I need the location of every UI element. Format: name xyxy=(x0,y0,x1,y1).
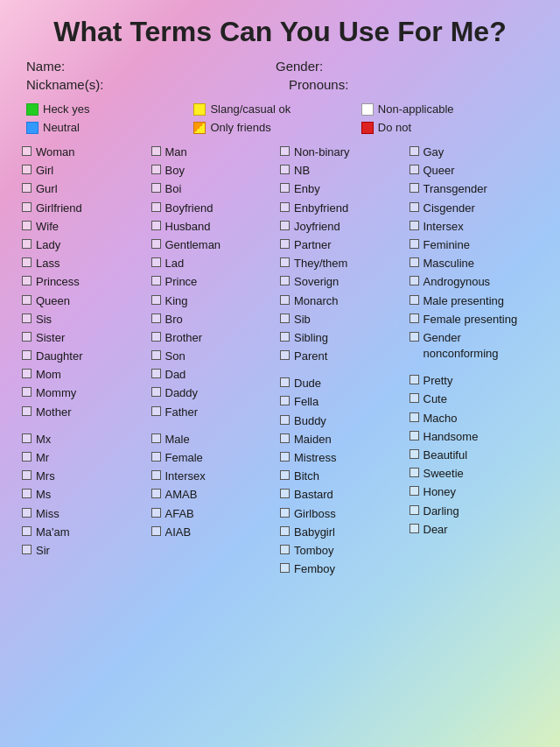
term-checkbox[interactable] xyxy=(280,508,290,518)
term-checkbox[interactable] xyxy=(22,239,32,249)
term-checkbox[interactable] xyxy=(151,221,161,230)
term-checkbox[interactable] xyxy=(22,221,32,230)
term-checkbox[interactable] xyxy=(151,165,161,174)
term-checkbox[interactable] xyxy=(280,257,290,267)
term-checkbox[interactable] xyxy=(151,387,161,397)
term-item: Sister xyxy=(22,330,151,346)
term-checkbox[interactable] xyxy=(280,563,290,573)
term-checkbox[interactable] xyxy=(280,489,290,498)
term-checkbox[interactable] xyxy=(410,375,419,384)
term-label: Partner xyxy=(294,237,332,253)
term-item: Feminine xyxy=(410,237,539,253)
term-checkbox[interactable] xyxy=(151,369,161,378)
term-item: AMAB xyxy=(151,487,281,503)
term-checkbox[interactable] xyxy=(410,449,419,459)
term-checkbox[interactable] xyxy=(22,183,32,193)
term-checkbox[interactable] xyxy=(280,415,290,425)
term-checkbox[interactable] xyxy=(151,508,161,518)
term-checkbox[interactable] xyxy=(410,221,419,230)
term-checkbox[interactable] xyxy=(280,295,290,305)
term-checkbox[interactable] xyxy=(280,314,290,323)
term-checkbox[interactable] xyxy=(151,276,161,285)
term-checkbox[interactable] xyxy=(22,545,32,554)
term-checkbox[interactable] xyxy=(151,202,161,212)
term-checkbox[interactable] xyxy=(410,393,419,403)
term-label: Lad xyxy=(165,256,185,271)
term-checkbox[interactable] xyxy=(280,377,290,387)
term-checkbox[interactable] xyxy=(151,183,161,193)
term-item: They/them xyxy=(280,256,410,271)
term-checkbox[interactable] xyxy=(151,257,161,267)
term-checkbox[interactable] xyxy=(410,486,419,496)
term-checkbox[interactable] xyxy=(410,412,419,422)
term-checkbox[interactable] xyxy=(22,146,32,156)
term-checkbox[interactable] xyxy=(410,524,419,533)
term-checkbox[interactable] xyxy=(22,470,32,480)
term-checkbox[interactable] xyxy=(151,433,161,443)
term-item: Man xyxy=(151,144,281,160)
term-checkbox[interactable] xyxy=(151,452,161,462)
term-checkbox[interactable] xyxy=(410,146,419,156)
term-label: Bastard xyxy=(294,487,333,503)
term-checkbox[interactable] xyxy=(410,276,419,285)
term-checkbox[interactable] xyxy=(151,350,161,360)
term-checkbox[interactable] xyxy=(151,470,161,480)
term-checkbox[interactable] xyxy=(22,406,32,416)
term-checkbox[interactable] xyxy=(151,332,161,342)
term-checkbox[interactable] xyxy=(280,202,290,212)
term-checkbox[interactable] xyxy=(410,257,419,267)
term-checkbox[interactable] xyxy=(22,314,32,323)
column-4: GayQueerTransgenderCisgenderIntersexFemi… xyxy=(410,144,539,580)
term-checkbox[interactable] xyxy=(280,452,290,462)
term-checkbox[interactable] xyxy=(151,295,161,305)
term-checkbox[interactable] xyxy=(410,468,419,477)
term-checkbox[interactable] xyxy=(151,406,161,416)
term-checkbox[interactable] xyxy=(280,276,290,285)
term-label: Husband xyxy=(165,219,211,235)
term-checkbox[interactable] xyxy=(280,526,290,536)
term-checkbox[interactable] xyxy=(151,314,161,323)
term-checkbox[interactable] xyxy=(22,276,32,285)
term-checkbox[interactable] xyxy=(410,332,419,342)
term-checkbox[interactable] xyxy=(22,350,32,360)
term-checkbox[interactable] xyxy=(280,239,290,249)
pronouns-label: Pronouns: xyxy=(289,77,348,92)
term-checkbox[interactable] xyxy=(280,433,290,443)
term-checkbox[interactable] xyxy=(280,545,290,554)
term-checkbox[interactable] xyxy=(22,257,32,267)
term-checkbox[interactable] xyxy=(22,165,32,174)
term-checkbox[interactable] xyxy=(410,183,419,193)
term-checkbox[interactable] xyxy=(22,452,32,462)
term-checkbox[interactable] xyxy=(151,239,161,249)
term-checkbox[interactable] xyxy=(22,202,32,212)
term-checkbox[interactable] xyxy=(22,526,32,536)
term-checkbox[interactable] xyxy=(22,508,32,518)
term-checkbox[interactable] xyxy=(410,431,419,440)
term-checkbox[interactable] xyxy=(280,146,290,156)
term-checkbox[interactable] xyxy=(410,165,419,174)
legend-item-only-friends: Only friends xyxy=(193,121,360,134)
term-checkbox[interactable] xyxy=(410,314,419,323)
term-checkbox[interactable] xyxy=(280,332,290,342)
term-item: Honey xyxy=(410,484,539,500)
term-checkbox[interactable] xyxy=(22,433,32,443)
term-checkbox[interactable] xyxy=(280,165,290,174)
term-checkbox[interactable] xyxy=(151,489,161,498)
term-checkbox[interactable] xyxy=(280,221,290,230)
term-checkbox[interactable] xyxy=(22,295,32,305)
term-label: Girl xyxy=(36,163,53,179)
term-checkbox[interactable] xyxy=(410,202,419,212)
term-checkbox[interactable] xyxy=(22,489,32,498)
term-checkbox[interactable] xyxy=(151,526,161,536)
term-checkbox[interactable] xyxy=(22,387,32,397)
term-checkbox[interactable] xyxy=(280,396,290,405)
term-checkbox[interactable] xyxy=(410,295,419,305)
term-checkbox[interactable] xyxy=(151,146,161,156)
term-checkbox[interactable] xyxy=(410,505,419,515)
term-checkbox[interactable] xyxy=(22,332,32,342)
term-checkbox[interactable] xyxy=(410,239,419,249)
term-checkbox[interactable] xyxy=(22,369,32,378)
term-checkbox[interactable] xyxy=(280,350,290,360)
term-checkbox[interactable] xyxy=(280,183,290,193)
term-checkbox[interactable] xyxy=(280,470,290,480)
